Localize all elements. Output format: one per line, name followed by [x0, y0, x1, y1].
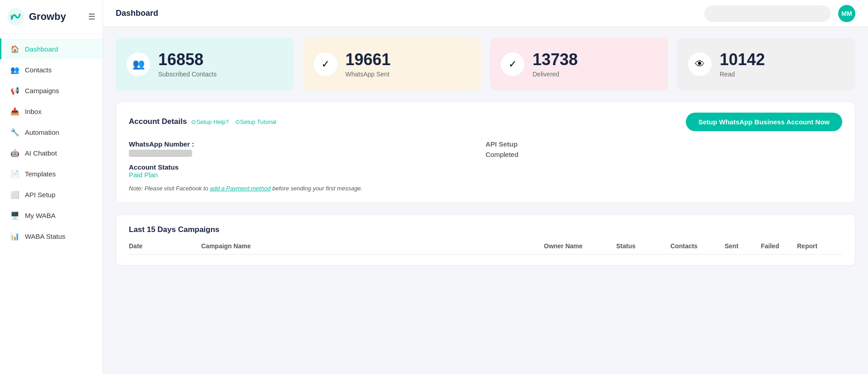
sidebar-label-api-setup: API Setup [25, 191, 56, 199]
col-header-failed: Failed [761, 242, 797, 250]
whatsapp-number-label: WhatsApp Number : [129, 140, 486, 148]
whatsapp-sent-label: WhatsApp Sent [345, 71, 391, 78]
note-after: before sending your first message. [272, 185, 362, 192]
header-search-bar [704, 5, 831, 22]
account-details-card: Account Details ⊙Setup Help? ⊙Setup Tuto… [116, 101, 855, 203]
subscribed-label: Subscribed Contacts [158, 71, 217, 78]
dashboard-content: 👥 16858 Subscribed Contacts ✓ 19661 What… [103, 27, 868, 374]
sidebar-item-my-waba[interactable]: 🖥️My WABA [0, 205, 103, 226]
subscribed-icon: 👥 [127, 52, 150, 76]
stat-card-subscribed: 👥 16858 Subscribed Contacts [116, 38, 294, 90]
account-status-value: Paid Plan [129, 171, 486, 179]
table-header: DateCampaign NameOwner NameStatusContact… [129, 242, 842, 255]
account-left: WhatsApp Number : Account Status Paid Pl… [129, 140, 486, 192]
sidebar-label-inbox: Inbox [25, 108, 42, 115]
stats-row: 👥 16858 Subscribed Contacts ✓ 19661 What… [116, 38, 855, 90]
subscribed-info: 16858 Subscribed Contacts [158, 51, 217, 78]
sidebar-item-automation[interactable]: 🔧Automation [0, 122, 103, 142]
delivered-icon: ✓ [501, 52, 524, 76]
subscribed-number: 16858 [158, 51, 217, 69]
logo-area: Growby ☰ [0, 0, 103, 34]
api-setup-icon: ⬜ [10, 190, 19, 199]
read-label: Read [720, 71, 765, 78]
contacts-icon: 👥 [10, 65, 19, 74]
col-header-contacts: Contacts [670, 242, 725, 250]
campaigns-card: Last 15 Days Campaigns DateCampaign Name… [116, 214, 855, 266]
account-grid: WhatsApp Number : Account Status Paid Pl… [129, 140, 842, 192]
app-name: Growby [29, 11, 66, 23]
whatsapp-sent-info: 19661 WhatsApp Sent [345, 51, 391, 78]
sidebar-item-ai-chatbot[interactable]: 🤖AI Chatbot [0, 142, 103, 163]
my-waba-icon: 🖥️ [10, 211, 19, 220]
col-header-date: Date [129, 242, 201, 250]
card-header-links: ⊙Setup Help? ⊙Setup Tutorial [191, 118, 276, 125]
sidebar-label-waba-status: WABA Status [25, 232, 65, 240]
whatsapp-sent-icon: ✓ [314, 52, 337, 76]
sidebar-label-ai-chatbot: AI Chatbot [25, 149, 57, 157]
account-details-title: Account Details [129, 117, 187, 126]
sidebar-label-dashboard: Dashboard [25, 45, 58, 53]
templates-icon: 📄 [10, 169, 19, 178]
hamburger-icon[interactable]: ☰ [88, 12, 95, 22]
stat-card-delivered: ✓ 13738 Delivered [490, 38, 668, 90]
col-header-campaign-name: Campaign Name [201, 242, 544, 250]
sidebar-item-dashboard[interactable]: 🏠Dashboard [0, 38, 103, 59]
sidebar-item-waba-status[interactable]: 📊WABA Status [0, 226, 103, 246]
add-payment-link[interactable]: add a Payment method [210, 185, 270, 192]
sidebar: Growby ☰ 🏠Dashboard👥Contacts📢Campaigns📥I… [0, 0, 103, 374]
sidebar-item-templates[interactable]: 📄Templates [0, 163, 103, 184]
sidebar-label-my-waba: My WABA [25, 212, 56, 219]
account-status-label: Account Status [129, 163, 486, 171]
read-icon: 👁 [688, 52, 712, 76]
growby-logo-icon [7, 8, 24, 25]
col-header-status: Status [616, 242, 670, 250]
campaigns-icon: 📢 [10, 86, 19, 95]
ai-chatbot-icon: 🤖 [10, 148, 19, 157]
whatsapp-sent-number: 19661 [345, 51, 391, 69]
stat-card-whatsapp-sent: ✓ 19661 WhatsApp Sent [303, 38, 481, 90]
note-text: Note: Please visit Facebook to add a Pay… [129, 185, 486, 192]
card-header: Account Details ⊙Setup Help? ⊙Setup Tuto… [129, 113, 842, 131]
sidebar-nav: 🏠Dashboard👥Contacts📢Campaigns📥Inbox🔧Auto… [0, 34, 103, 374]
sidebar-label-templates: Templates [25, 170, 56, 178]
sidebar-item-inbox[interactable]: 📥Inbox [0, 101, 103, 122]
note-before: Note: Please visit Facebook to [129, 185, 208, 192]
col-header-report: Report [797, 242, 842, 250]
sidebar-item-contacts[interactable]: 👥Contacts [0, 59, 103, 80]
delivered-info: 13738 Delivered [533, 51, 578, 78]
setup-whatsapp-button[interactable]: Setup WhatsApp Business Account Now [686, 113, 842, 131]
whatsapp-number-value [129, 150, 192, 157]
setup-help-link[interactable]: ⊙Setup Help? [191, 118, 229, 125]
delivered-number: 13738 [533, 51, 578, 69]
read-info: 10142 Read [720, 51, 765, 78]
page-title: Dashboard [116, 9, 158, 18]
read-number: 10142 [720, 51, 765, 69]
col-header-owner-name: Owner Name [544, 242, 616, 250]
dashboard-icon: 🏠 [10, 44, 19, 53]
sidebar-label-automation: Automation [25, 128, 59, 136]
sidebar-item-api-setup[interactable]: ⬜API Setup [0, 184, 103, 205]
api-setup-value: Completed [486, 151, 842, 158]
sidebar-label-campaigns: Campaigns [25, 87, 59, 95]
sidebar-label-contacts: Contacts [25, 66, 52, 74]
avatar[interactable]: MM [838, 5, 855, 22]
account-right: API Setup Completed [486, 140, 842, 192]
api-setup-label: API Setup [486, 140, 842, 148]
inbox-icon: 📥 [10, 107, 19, 116]
automation-icon: 🔧 [10, 128, 19, 137]
waba-status-icon: 📊 [10, 232, 19, 241]
sidebar-item-campaigns[interactable]: 📢Campaigns [0, 80, 103, 101]
main-content: Dashboard MM 👥 16858 Subscribed Contacts… [103, 0, 868, 374]
header: Dashboard MM [103, 0, 868, 27]
setup-tutorial-link[interactable]: ⊙Setup Tutorial [235, 118, 276, 125]
delivered-label: Delivered [533, 71, 578, 78]
col-header-sent: Sent [725, 242, 761, 250]
campaigns-title: Last 15 Days Campaigns [129, 225, 842, 234]
stat-card-read: 👁 10142 Read [677, 38, 855, 90]
